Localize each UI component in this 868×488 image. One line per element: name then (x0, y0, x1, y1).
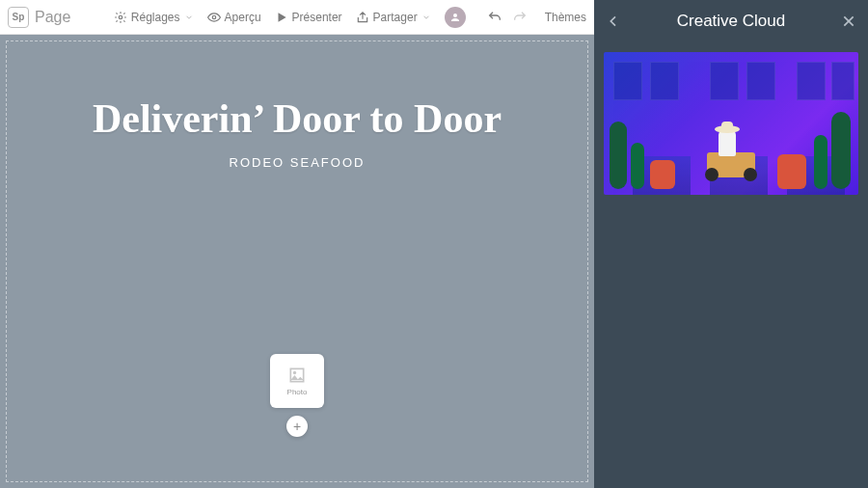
present-button[interactable]: Présenter (275, 11, 342, 24)
plus-icon: + (293, 420, 301, 433)
canvas-inner: Deliverin’ Door to Door RODEO SEAFOOD Ph… (6, 41, 588, 482)
share-icon (356, 11, 369, 24)
close-icon (841, 14, 856, 29)
add-photo-button[interactable]: Photo (270, 354, 324, 408)
photo-label: Photo (287, 388, 308, 396)
thumbnail-foreground-art (604, 52, 858, 195)
undo-redo-group (487, 10, 528, 25)
main-column: Sp Page Réglages Aperçu Présenter Partag… (0, 0, 594, 488)
side-panel-title: Creative Cloud (677, 12, 785, 31)
page-subtitle[interactable]: RODEO SEAFOOD (7, 155, 587, 170)
image-icon (287, 366, 307, 385)
settings-label: Réglages (131, 11, 180, 24)
brand: Sp Page (8, 7, 70, 28)
present-label: Présenter (292, 11, 342, 24)
chevron-down-icon (184, 13, 194, 22)
app-root: Sp Page Réglages Aperçu Présenter Partag… (0, 0, 868, 488)
preview-label: Aperçu (225, 11, 261, 24)
share-button[interactable]: Partager (356, 11, 431, 24)
photo-dropzone: Photo + (270, 354, 324, 437)
preview-button[interactable]: Aperçu (207, 11, 261, 24)
eye-icon (207, 11, 221, 24)
creative-cloud-panel: Creative Cloud (594, 0, 868, 488)
asset-thumbnail[interactable] (604, 52, 858, 195)
gear-icon (114, 11, 127, 24)
add-block-button[interactable]: + (286, 416, 308, 437)
chevron-left-icon (606, 14, 621, 29)
undo-icon[interactable] (487, 10, 502, 25)
chevron-down-icon (421, 13, 431, 22)
themes-label: Thèmes (545, 11, 586, 24)
close-button[interactable] (829, 0, 868, 42)
brand-logo-icon: Sp (8, 7, 29, 28)
svg-point-0 (119, 15, 122, 19)
page-title[interactable]: Deliverin’ Door to Door (7, 95, 587, 142)
svg-point-1 (212, 15, 216, 19)
brand-name: Page (35, 9, 70, 26)
avatar-button[interactable] (445, 7, 466, 28)
play-icon (275, 11, 288, 24)
themes-button[interactable]: Thèmes (545, 11, 586, 24)
svg-point-2 (293, 371, 296, 374)
toolbar: Sp Page Réglages Aperçu Présenter Partag… (0, 0, 594, 35)
share-label: Partager (373, 11, 418, 24)
canvas[interactable]: Deliverin’ Door to Door RODEO SEAFOOD Ph… (0, 35, 594, 488)
user-icon (449, 12, 461, 23)
settings-button[interactable]: Réglages (114, 11, 194, 24)
back-button[interactable] (594, 0, 633, 42)
side-panel-header: Creative Cloud (594, 0, 868, 42)
redo-icon[interactable] (512, 10, 528, 25)
